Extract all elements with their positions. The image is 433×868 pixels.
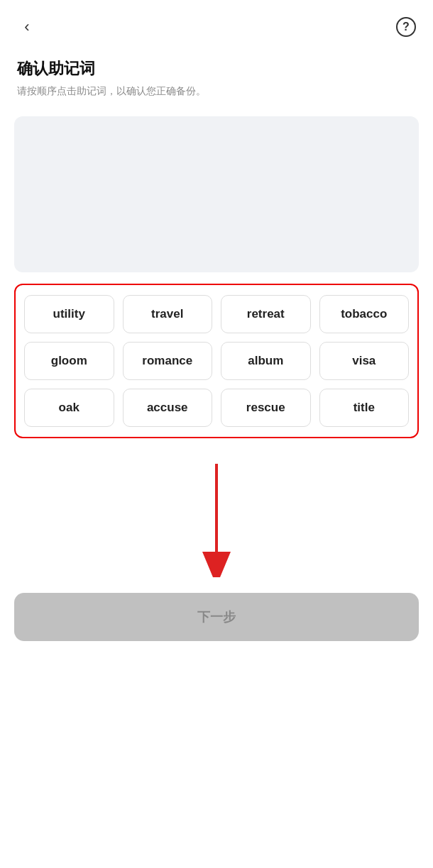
title-section: 确认助记词 请按顺序点击助记词，以确认您正确备份。	[0, 47, 433, 105]
page-title: 确认助记词	[17, 58, 416, 79]
word-chip-utility[interactable]: utility	[24, 295, 114, 333]
word-chip-accuse[interactable]: accuse	[123, 389, 213, 427]
mnemonic-display-area	[14, 116, 419, 272]
word-chip-oak[interactable]: oak	[24, 389, 114, 427]
word-chip-retreat[interactable]: retreat	[221, 295, 311, 333]
bottom-section: 下一步	[0, 450, 433, 662]
word-selection-area: utilitytravelretreattobaccogloomromancea…	[14, 284, 419, 438]
back-button[interactable]: ‹	[14, 14, 40, 40]
header: ‹ ?	[0, 0, 433, 47]
word-chip-romance[interactable]: romance	[123, 342, 213, 380]
down-arrow-icon	[188, 464, 245, 577]
next-button[interactable]: 下一步	[14, 593, 419, 641]
word-chip-gloom[interactable]: gloom	[24, 342, 114, 380]
word-chip-title[interactable]: title	[319, 389, 410, 427]
word-chip-travel[interactable]: travel	[123, 295, 213, 333]
word-grid: utilitytravelretreattobaccogloomromancea…	[21, 292, 412, 430]
page-subtitle: 请按顺序点击助记词，以确认您正确备份。	[17, 85, 416, 98]
back-icon: ‹	[24, 19, 29, 35]
word-chip-album[interactable]: album	[221, 342, 311, 380]
word-chip-rescue[interactable]: rescue	[221, 389, 311, 427]
help-icon: ?	[396, 17, 416, 37]
help-button[interactable]: ?	[393, 14, 419, 40]
word-chip-visa[interactable]: visa	[319, 342, 410, 380]
word-chip-tobacco[interactable]: tobacco	[319, 295, 410, 333]
arrow-container	[0, 450, 433, 591]
